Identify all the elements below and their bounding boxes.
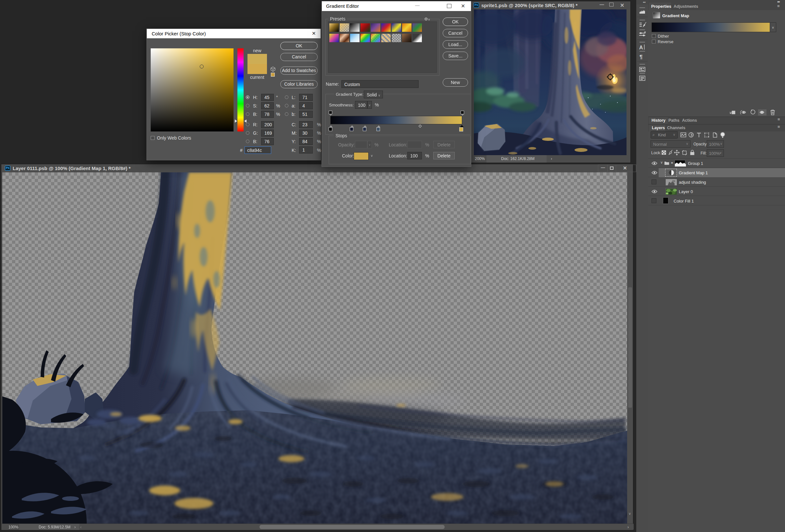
svg-text:¶: ¶ [639,54,642,60]
svg-text:A: A [639,45,643,50]
